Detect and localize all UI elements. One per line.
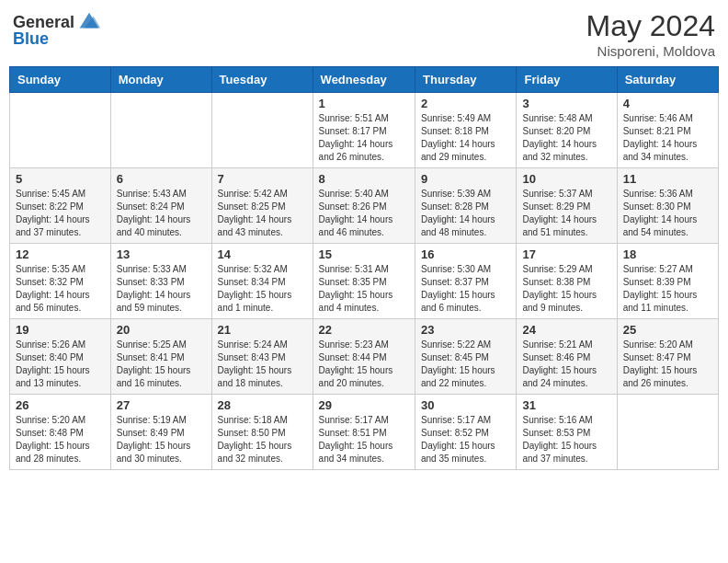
calendar-cell: 26Sunrise: 5:20 AM Sunset: 8:48 PM Dayli… — [10, 395, 111, 470]
calendar-cell: 15Sunrise: 5:31 AM Sunset: 8:35 PM Dayli… — [313, 244, 415, 319]
day-number: 17 — [522, 247, 610, 261]
day-number: 13 — [117, 247, 206, 261]
day-info: Sunrise: 5:37 AM Sunset: 8:29 PM Dayligh… — [522, 188, 610, 239]
calendar-cell: 25Sunrise: 5:20 AM Sunset: 8:47 PM Dayli… — [617, 319, 718, 395]
calendar-cell: 6Sunrise: 5:43 AM Sunset: 8:24 PM Daylig… — [110, 168, 211, 244]
column-header-tuesday: Tuesday — [211, 67, 313, 93]
day-info: Sunrise: 5:49 AM Sunset: 8:18 PM Dayligh… — [421, 112, 510, 164]
day-number: 8 — [319, 172, 409, 186]
calendar-header-row: SundayMondayTuesdayWednesdayThursdayFrid… — [10, 67, 719, 93]
calendar-cell: 5Sunrise: 5:45 AM Sunset: 8:22 PM Daylig… — [10, 168, 111, 244]
calendar-cell: 29Sunrise: 5:17 AM Sunset: 8:51 PM Dayli… — [313, 395, 415, 470]
day-info: Sunrise: 5:33 AM Sunset: 8:33 PM Dayligh… — [117, 263, 206, 315]
day-info: Sunrise: 5:32 AM Sunset: 8:34 PM Dayligh… — [218, 263, 307, 315]
day-number: 9 — [421, 172, 510, 186]
column-header-friday: Friday — [517, 67, 617, 93]
calendar-cell: 13Sunrise: 5:33 AM Sunset: 8:33 PM Dayli… — [110, 244, 211, 319]
calendar-table: SundayMondayTuesdayWednesdayThursdayFrid… — [9, 66, 719, 470]
day-info: Sunrise: 5:35 AM Sunset: 8:32 PM Dayligh… — [16, 263, 105, 315]
calendar-cell: 1Sunrise: 5:51 AM Sunset: 8:17 PM Daylig… — [313, 93, 415, 168]
calendar-week-3: 12Sunrise: 5:35 AM Sunset: 8:32 PM Dayli… — [10, 244, 719, 319]
day-number: 16 — [421, 247, 510, 261]
calendar-week-4: 19Sunrise: 5:26 AM Sunset: 8:40 PM Dayli… — [10, 319, 719, 395]
day-info: Sunrise: 5:48 AM Sunset: 8:20 PM Dayligh… — [522, 112, 610, 164]
day-number: 4 — [623, 97, 712, 110]
day-info: Sunrise: 5:43 AM Sunset: 8:24 PM Dayligh… — [117, 188, 206, 239]
calendar-cell: 18Sunrise: 5:27 AM Sunset: 8:39 PM Dayli… — [617, 244, 718, 319]
day-info: Sunrise: 5:31 AM Sunset: 8:35 PM Dayligh… — [319, 263, 409, 315]
day-number: 27 — [117, 398, 206, 412]
day-info: Sunrise: 5:42 AM Sunset: 8:25 PM Dayligh… — [218, 188, 307, 239]
day-info: Sunrise: 5:26 AM Sunset: 8:40 PM Dayligh… — [16, 339, 105, 390]
day-number: 1 — [319, 97, 409, 110]
day-info: Sunrise: 5:20 AM Sunset: 8:47 PM Dayligh… — [623, 339, 712, 390]
logo-blue-text: Blue — [13, 29, 49, 49]
column-header-wednesday: Wednesday — [313, 67, 415, 93]
calendar-cell: 14Sunrise: 5:32 AM Sunset: 8:34 PM Dayli… — [211, 244, 313, 319]
day-number: 19 — [16, 323, 105, 337]
calendar-week-5: 26Sunrise: 5:20 AM Sunset: 8:48 PM Dayli… — [10, 395, 719, 470]
calendar-cell: 17Sunrise: 5:29 AM Sunset: 8:38 PM Dayli… — [517, 244, 617, 319]
calendar-cell: 31Sunrise: 5:16 AM Sunset: 8:53 PM Dayli… — [517, 395, 617, 470]
day-info: Sunrise: 5:17 AM Sunset: 8:51 PM Dayligh… — [319, 414, 409, 465]
calendar-cell: 23Sunrise: 5:22 AM Sunset: 8:45 PM Dayli… — [415, 319, 517, 395]
day-info: Sunrise: 5:16 AM Sunset: 8:53 PM Dayligh… — [522, 414, 610, 465]
calendar-cell: 3Sunrise: 5:48 AM Sunset: 8:20 PM Daylig… — [517, 93, 617, 168]
calendar-cell: 27Sunrise: 5:19 AM Sunset: 8:49 PM Dayli… — [110, 395, 211, 470]
day-info: Sunrise: 5:51 AM Sunset: 8:17 PM Dayligh… — [319, 112, 409, 164]
day-info: Sunrise: 5:27 AM Sunset: 8:39 PM Dayligh… — [623, 263, 712, 315]
calendar-cell: 11Sunrise: 5:36 AM Sunset: 8:30 PM Dayli… — [617, 168, 718, 244]
day-info: Sunrise: 5:21 AM Sunset: 8:46 PM Dayligh… — [522, 339, 610, 390]
day-info: Sunrise: 5:19 AM Sunset: 8:49 PM Dayligh… — [117, 414, 206, 465]
day-number: 31 — [522, 398, 610, 412]
day-number: 15 — [319, 247, 409, 261]
day-number: 12 — [16, 247, 105, 261]
day-info: Sunrise: 5:40 AM Sunset: 8:26 PM Dayligh… — [319, 188, 409, 239]
calendar-cell: 9Sunrise: 5:39 AM Sunset: 8:28 PM Daylig… — [415, 168, 517, 244]
day-number: 23 — [421, 323, 510, 337]
day-number: 6 — [117, 172, 206, 186]
day-number: 11 — [623, 172, 712, 186]
day-number: 21 — [218, 323, 307, 337]
day-info: Sunrise: 5:46 AM Sunset: 8:21 PM Dayligh… — [623, 112, 712, 164]
calendar-cell: 19Sunrise: 5:26 AM Sunset: 8:40 PM Dayli… — [10, 319, 111, 395]
day-number: 25 — [623, 323, 712, 337]
day-number: 5 — [16, 172, 105, 186]
day-number: 29 — [319, 398, 409, 412]
calendar-cell: 2Sunrise: 5:49 AM Sunset: 8:18 PM Daylig… — [415, 93, 517, 168]
day-info: Sunrise: 5:24 AM Sunset: 8:43 PM Dayligh… — [218, 339, 307, 390]
day-info: Sunrise: 5:30 AM Sunset: 8:37 PM Dayligh… — [421, 263, 510, 315]
column-header-thursday: Thursday — [415, 67, 517, 93]
day-number: 28 — [218, 398, 307, 412]
calendar-cell: 22Sunrise: 5:23 AM Sunset: 8:44 PM Dayli… — [313, 319, 415, 395]
calendar-week-1: 1Sunrise: 5:51 AM Sunset: 8:17 PM Daylig… — [10, 93, 719, 168]
calendar-cell: 30Sunrise: 5:17 AM Sunset: 8:52 PM Dayli… — [415, 395, 517, 470]
calendar-cell: 24Sunrise: 5:21 AM Sunset: 8:46 PM Dayli… — [517, 319, 617, 395]
calendar-cell: 7Sunrise: 5:42 AM Sunset: 8:25 PM Daylig… — [211, 168, 313, 244]
month-title: May 2024 — [586, 9, 715, 43]
day-number: 18 — [623, 247, 712, 261]
day-info: Sunrise: 5:45 AM Sunset: 8:22 PM Dayligh… — [16, 188, 105, 239]
day-number: 22 — [319, 323, 409, 337]
day-number: 7 — [218, 172, 307, 186]
day-number: 3 — [522, 97, 610, 110]
day-number: 14 — [218, 247, 307, 261]
calendar-cell: 8Sunrise: 5:40 AM Sunset: 8:26 PM Daylig… — [313, 168, 415, 244]
day-info: Sunrise: 5:36 AM Sunset: 8:30 PM Dayligh… — [623, 188, 712, 239]
day-info: Sunrise: 5:17 AM Sunset: 8:52 PM Dayligh… — [421, 414, 510, 465]
day-info: Sunrise: 5:23 AM Sunset: 8:44 PM Dayligh… — [319, 339, 409, 390]
day-number: 20 — [117, 323, 206, 337]
calendar-cell: 28Sunrise: 5:18 AM Sunset: 8:50 PM Dayli… — [211, 395, 313, 470]
day-number: 30 — [421, 398, 510, 412]
day-number: 26 — [16, 398, 105, 412]
day-number: 24 — [522, 323, 610, 337]
title-area: May 2024 Nisporeni, Moldova — [586, 9, 715, 59]
day-number: 10 — [522, 172, 610, 186]
calendar-cell: 16Sunrise: 5:30 AM Sunset: 8:37 PM Dayli… — [415, 244, 517, 319]
calendar-cell: 10Sunrise: 5:37 AM Sunset: 8:29 PM Dayli… — [517, 168, 617, 244]
location-subtitle: Nisporeni, Moldova — [586, 43, 715, 59]
calendar-week-2: 5Sunrise: 5:45 AM Sunset: 8:22 PM Daylig… — [10, 168, 719, 244]
calendar-cell: 12Sunrise: 5:35 AM Sunset: 8:32 PM Dayli… — [10, 244, 111, 319]
day-number: 2 — [421, 97, 510, 110]
day-info: Sunrise: 5:18 AM Sunset: 8:50 PM Dayligh… — [218, 414, 307, 465]
